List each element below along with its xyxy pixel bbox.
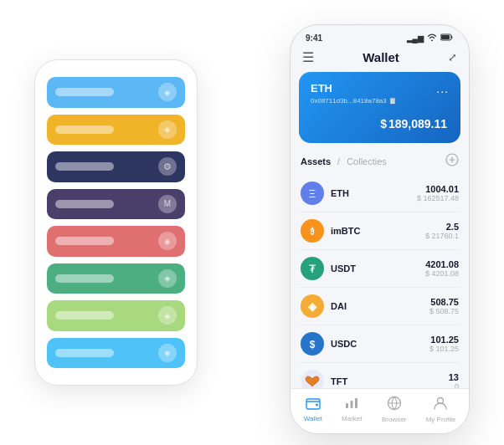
eth-amount-value: 189,089.11 — [388, 117, 447, 130]
nav-browser[interactable]: Browser — [382, 396, 406, 423]
wallet-nav-icon — [306, 396, 321, 413]
tft-icon — [301, 370, 324, 388]
asset-item-usdc[interactable]: $ USDC 101.25 $ 101.25 — [299, 325, 460, 363]
card-row-4[interactable]: M — [47, 189, 185, 220]
card-row-5[interactable]: ◈ — [47, 226, 185, 257]
card-icon-2: ◈ — [158, 120, 177, 139]
card-icon-8: ◈ — [158, 344, 177, 362]
asset-item-tft[interactable]: TFT 13 0 — [299, 363, 460, 388]
nav-profile[interactable]: My Profile — [426, 396, 456, 423]
card-label-7 — [55, 311, 114, 320]
header-title: Wallet — [314, 50, 448, 64]
eth-card-menu[interactable]: ... — [436, 82, 449, 95]
imbtc-amounts: 2.5 $ 21760.1 — [425, 222, 459, 240]
eth-amounts: 1004.01 $ 162517.48 — [417, 184, 459, 202]
status-bar: 9:41 ▂▄▆ — [291, 25, 469, 46]
back-phone: ◈ ◈ ⚙ M ◈ ◈ ◈ ◈ — [34, 59, 198, 386]
svg-point-10 — [316, 404, 318, 407]
eth-card-address: 0x08711d3b...8418a78a3 📋 — [311, 97, 449, 105]
assets-add-button[interactable] — [445, 153, 459, 170]
card-label-3 — [55, 162, 114, 171]
assets-tab-inactive[interactable]: Collecties — [347, 156, 387, 166]
nav-market-label: Market — [342, 415, 362, 422]
card-row-1[interactable]: ◈ — [47, 77, 185, 108]
usdc-amounts: 101.25 $ 101.25 — [429, 335, 459, 353]
nav-market[interactable]: Market — [342, 396, 362, 422]
card-row-7[interactable]: ◈ — [47, 300, 185, 331]
svg-rect-11 — [346, 403, 348, 408]
status-time: 9:41 — [306, 33, 322, 43]
menu-icon[interactable]: ☰ — [302, 49, 314, 65]
svg-rect-1 — [441, 35, 450, 39]
eth-name: ETH — [331, 188, 417, 198]
market-nav-icon — [344, 396, 359, 413]
eth-card-top: ETH ... — [311, 82, 449, 95]
status-icons: ▂▄▆ — [407, 33, 454, 43]
eth-card-amount: $189,089.11 — [311, 111, 449, 133]
card-label-4 — [55, 200, 114, 208]
usdc-icon: $ — [301, 332, 324, 355]
profile-nav-icon — [433, 396, 448, 414]
assets-tab-active[interactable]: Assets — [301, 156, 331, 166]
usdt-amounts: 4201.08 $ 4201.08 — [425, 259, 459, 278]
card-icon-1: ◈ — [158, 83, 177, 101]
usdt-icon: ₮ — [301, 257, 324, 280]
usdt-primary: 4201.08 — [425, 259, 459, 269]
usdt-name: USDT — [331, 263, 425, 274]
wifi-icon — [427, 33, 437, 43]
card-row-8[interactable]: ◈ — [47, 338, 185, 369]
eth-icon: Ξ — [301, 182, 324, 205]
imbtc-primary: 2.5 — [425, 222, 459, 232]
eth-card[interactable]: ETH ... 0x08711d3b...8418a78a3 📋 $189,08… — [299, 72, 460, 143]
usdt-secondary: $ 4201.08 — [425, 269, 459, 278]
card-row-6[interactable]: ◈ — [47, 263, 185, 294]
asset-item-dai[interactable]: ◈ DAI 508.75 $ 508.75 — [299, 288, 460, 325]
tft-secondary: 0 — [449, 382, 459, 388]
tft-primary: 13 — [449, 372, 459, 382]
card-row-3[interactable]: ⚙ — [47, 151, 185, 182]
battery-icon — [440, 33, 454, 43]
phone-content: ETH ... 0x08711d3b...8418a78a3 📋 $189,08… — [291, 72, 469, 388]
usdc-secondary: $ 101.25 — [429, 345, 459, 353]
imbtc-secondary: $ 21760.1 — [425, 232, 459, 240]
asset-item-usdt[interactable]: ₮ USDT 4201.08 $ 4201.08 — [299, 250, 460, 288]
usdc-primary: 101.25 — [429, 335, 459, 345]
front-phone: 9:41 ▂▄▆ ☰ Wallet ⤢ ETH .. — [290, 24, 470, 434]
asset-list: Ξ ETH 1004.01 $ 162517.48 ₿ imBTC 2.5 $ … — [299, 175, 460, 388]
nav-browser-label: Browser — [382, 416, 406, 423]
card-icon-4: M — [158, 195, 177, 213]
nav-wallet[interactable]: Wallet — [304, 396, 322, 422]
dai-primary: 508.75 — [429, 297, 459, 307]
tft-amounts: 13 0 — [449, 372, 459, 388]
svg-rect-13 — [355, 398, 357, 408]
imbtc-icon: ₿ — [301, 219, 324, 243]
usdc-name: USDC — [331, 339, 429, 349]
assets-header: Assets / Collecties — [299, 153, 460, 170]
card-icon-7: ◈ — [158, 306, 177, 325]
card-label-5 — [55, 237, 114, 245]
nav-wallet-label: Wallet — [304, 415, 322, 422]
nav-profile-label: My Profile — [426, 416, 456, 423]
phone-header: ☰ Wallet ⤢ — [291, 46, 469, 72]
svg-text:$: $ — [310, 339, 316, 350]
eth-secondary: $ 162517.48 — [417, 194, 459, 202]
eth-primary: 1004.01 — [417, 184, 459, 194]
card-label-2 — [55, 125, 114, 134]
assets-tabs: Assets / Collecties — [301, 156, 387, 166]
assets-tab-sep: / — [337, 156, 340, 166]
signal-icon: ▂▄▆ — [407, 34, 424, 43]
asset-item-eth[interactable]: Ξ ETH 1004.01 $ 162517.48 — [299, 175, 460, 212]
bottom-nav: Wallet Market Browser My Profile — [291, 388, 469, 433]
card-icon-6: ◈ — [158, 269, 177, 288]
card-row-2[interactable]: ◈ — [47, 115, 185, 146]
card-icon-5: ◈ — [158, 232, 177, 250]
card-label-1 — [55, 88, 114, 96]
dai-amounts: 508.75 $ 508.75 — [429, 297, 459, 315]
card-icon-3: ⚙ — [158, 157, 177, 176]
expand-icon[interactable]: ⤢ — [448, 51, 457, 64]
asset-item-imbtc[interactable]: ₿ imBTC 2.5 $ 21760.1 — [299, 212, 460, 250]
tft-name: TFT — [331, 376, 449, 386]
dai-name: DAI — [331, 301, 429, 311]
scene: ◈ ◈ ⚙ M ◈ ◈ ◈ ◈ — [9, 9, 495, 436]
browser-nav-icon — [387, 396, 402, 414]
